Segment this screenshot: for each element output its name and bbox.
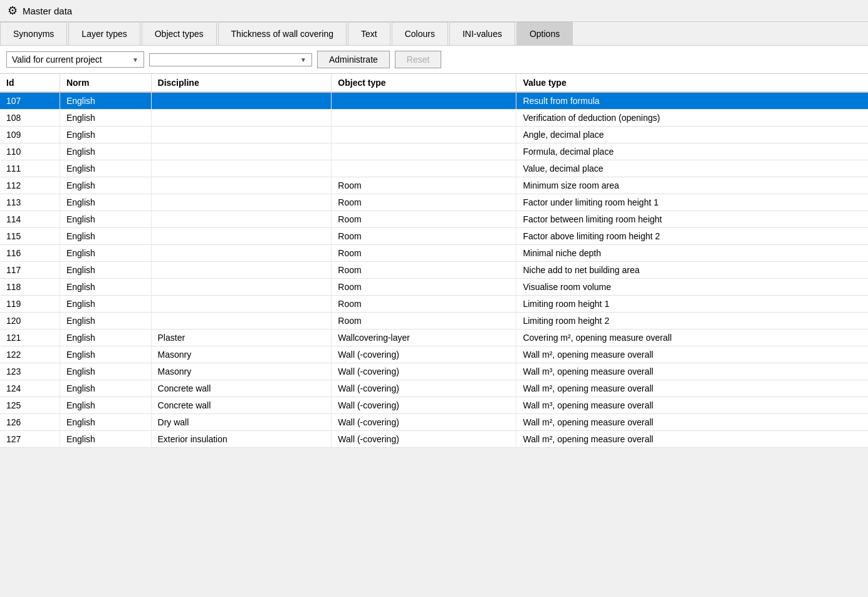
cell-id: 111	[0, 160, 60, 177]
project-dropdown-text: Valid for current project	[12, 55, 127, 65]
cell-discipline	[151, 143, 332, 160]
table-row[interactable]: 118EnglishRoomVisualise room volume	[0, 279, 868, 296]
table-container: IdNormDisciplineObject typeValue type 10…	[0, 74, 868, 448]
cell-id: 118	[0, 279, 60, 296]
table-row[interactable]: 112EnglishRoomMinimum size room area	[0, 177, 868, 194]
filter-dropdown[interactable]: ▼	[149, 53, 312, 66]
cell-object_type: Wall (-covering)	[332, 397, 516, 414]
cell-discipline	[151, 245, 332, 262]
cell-id: 108	[0, 110, 60, 127]
cell-id: 114	[0, 211, 60, 228]
cell-value_type: Verification of deduction (openings)	[516, 110, 868, 127]
cell-norm: English	[60, 296, 151, 313]
cell-id: 127	[0, 431, 60, 448]
col-header-norm: Norm	[60, 74, 151, 92]
cell-id: 119	[0, 296, 60, 313]
cell-value_type: Wall m², opening measure overall	[516, 380, 868, 397]
cell-object_type: Room	[332, 313, 516, 330]
cell-norm: English	[60, 380, 151, 397]
cell-discipline: Dry wall	[151, 414, 332, 431]
cell-id: 109	[0, 127, 60, 143]
table-row[interactable]: 123EnglishMasonryWall (-covering)Wall m³…	[0, 363, 868, 380]
cell-norm: English	[60, 160, 151, 177]
cell-norm: English	[60, 431, 151, 448]
tab-object-types[interactable]: Object types	[142, 22, 217, 45]
tab-options[interactable]: Options	[516, 22, 573, 45]
cell-object_type: Wallcovering-layer	[332, 330, 516, 346]
table-row[interactable]: 111EnglishValue, decimal place	[0, 160, 868, 177]
cell-discipline	[151, 211, 332, 228]
table-row[interactable]: 126EnglishDry wallWall (-covering)Wall m…	[0, 414, 868, 431]
cell-discipline: Masonry	[151, 346, 332, 363]
cell-discipline: Plaster	[151, 330, 332, 346]
col-header-value_type: Value type	[516, 74, 868, 92]
tab-synonyms[interactable]: Synonyms	[0, 22, 67, 45]
table-row[interactable]: 127EnglishExterior insulationWall (-cove…	[0, 431, 868, 448]
tab-colours[interactable]: Colours	[392, 22, 448, 45]
cell-discipline: Masonry	[151, 363, 332, 380]
table-row[interactable]: 116EnglishRoomMinimal niche depth	[0, 245, 868, 262]
cell-object_type: Room	[332, 211, 516, 228]
cell-id: 121	[0, 330, 60, 346]
table-row[interactable]: 107EnglishResult from formula	[0, 92, 868, 110]
table-row[interactable]: 114EnglishRoomFactor between limiting ro…	[0, 211, 868, 228]
table-row[interactable]: 117EnglishRoomNiche add to net building …	[0, 262, 868, 279]
cell-value_type: Factor under limiting room height 1	[516, 194, 868, 211]
administrate-button[interactable]: Administrate	[317, 51, 390, 68]
cell-discipline: Concrete wall	[151, 380, 332, 397]
table-row[interactable]: 113EnglishRoomFactor under limiting room…	[0, 194, 868, 211]
table-row[interactable]: 119EnglishRoomLimiting room height 1	[0, 296, 868, 313]
table-row[interactable]: 125EnglishConcrete wallWall (-covering)W…	[0, 397, 868, 414]
cell-value_type: Minimal niche depth	[516, 245, 868, 262]
tab-text[interactable]: Text	[348, 22, 390, 45]
cell-id: 107	[0, 92, 60, 110]
cell-id: 117	[0, 262, 60, 279]
cell-id: 116	[0, 245, 60, 262]
cell-discipline	[151, 177, 332, 194]
cell-value_type: Factor above limiting room height 2	[516, 228, 868, 245]
cell-value_type: Visualise room volume	[516, 279, 868, 296]
table-row[interactable]: 122EnglishMasonryWall (-covering)Wall m²…	[0, 346, 868, 363]
cell-id: 125	[0, 397, 60, 414]
table-row[interactable]: 115EnglishRoomFactor above limiting room…	[0, 228, 868, 245]
cell-value_type: Angle, decimal place	[516, 127, 868, 143]
tab-thickness[interactable]: Thickness of wall covering	[218, 22, 347, 45]
cell-object_type: Room	[332, 296, 516, 313]
cell-value_type: Wall m², opening measure overall	[516, 346, 868, 363]
cell-norm: English	[60, 143, 151, 160]
cell-object_type	[332, 92, 516, 110]
cell-id: 115	[0, 228, 60, 245]
cell-object_type: Room	[332, 194, 516, 211]
table-row[interactable]: 109EnglishAngle, decimal place	[0, 127, 868, 143]
dropdown2-arrow-icon: ▼	[300, 56, 306, 63]
cell-norm: English	[60, 262, 151, 279]
title-bar: ⚙ Master data	[0, 0, 868, 22]
cell-norm: English	[60, 228, 151, 245]
table-row[interactable]: 110EnglishFormula, decimal place	[0, 143, 868, 160]
reset-button[interactable]: Reset	[395, 51, 442, 68]
cell-value_type: Covering m², opening measure overall	[516, 330, 868, 346]
table-row[interactable]: 120EnglishRoomLimiting room height 2	[0, 313, 868, 330]
cell-value_type: Result from formula	[516, 92, 868, 110]
cell-value_type: Limiting room height 2	[516, 313, 868, 330]
cell-norm: English	[60, 245, 151, 262]
tab-bar: SynonymsLayer typesObject typesThickness…	[0, 22, 868, 46]
cell-value_type: Formula, decimal place	[516, 143, 868, 160]
cell-value_type: Wall m², opening measure overall	[516, 431, 868, 448]
cell-norm: English	[60, 330, 151, 346]
cell-discipline	[151, 296, 332, 313]
tab-layer-types[interactable]: Layer types	[68, 22, 140, 45]
cell-object_type: Wall (-covering)	[332, 414, 516, 431]
cell-value_type: Minimum size room area	[516, 177, 868, 194]
project-dropdown[interactable]: Valid for current project ▼	[6, 51, 144, 68]
table-row[interactable]: 121EnglishPlasterWallcovering-layerCover…	[0, 330, 868, 346]
tab-ini-values[interactable]: INI-values	[449, 22, 515, 45]
cell-object_type: Wall (-covering)	[332, 346, 516, 363]
header-row: IdNormDisciplineObject typeValue type	[0, 74, 868, 92]
cell-discipline	[151, 228, 332, 245]
table-row[interactable]: 108EnglishVerification of deduction (ope…	[0, 110, 868, 127]
cell-norm: English	[60, 92, 151, 110]
cell-norm: English	[60, 177, 151, 194]
cell-discipline	[151, 110, 332, 127]
table-row[interactable]: 124EnglishConcrete wallWall (-covering)W…	[0, 380, 868, 397]
